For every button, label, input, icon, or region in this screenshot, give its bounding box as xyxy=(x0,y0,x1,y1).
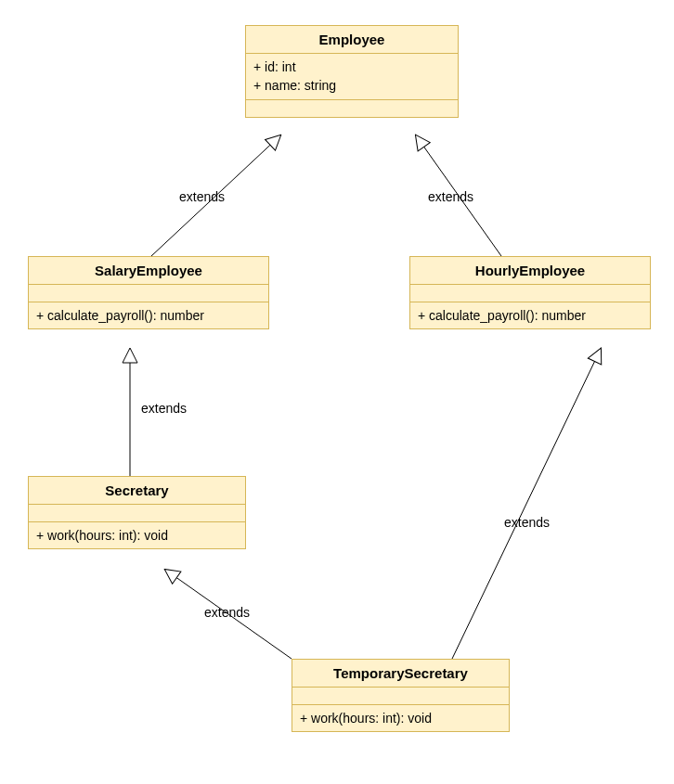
class-secretary-title: Secretary xyxy=(29,477,245,505)
relation-label: extends xyxy=(428,189,473,204)
class-employee-methods xyxy=(246,100,458,117)
relation-label: extends xyxy=(204,605,250,620)
class-hourly-employee-methods: + calculate_payroll(): number xyxy=(410,302,650,328)
attr-row: + id: int xyxy=(253,58,450,76)
class-secretary: Secretary + work(hours: int): void xyxy=(28,476,246,549)
method-row: + calculate_payroll(): number xyxy=(418,306,642,325)
class-temporary-secretary: TemporarySecretary + work(hours: int): v… xyxy=(292,659,510,732)
svg-line-4 xyxy=(452,349,601,659)
class-salary-employee-title: SalaryEmployee xyxy=(29,257,268,285)
class-hourly-employee-attrs xyxy=(410,285,650,302)
relation-label: extends xyxy=(179,189,225,204)
class-employee-title: Employee xyxy=(246,26,458,54)
class-temporary-secretary-methods: + work(hours: int): void xyxy=(292,705,509,731)
class-employee: Employee + id: int + name: string xyxy=(245,25,459,118)
class-salary-employee-attrs xyxy=(29,285,268,302)
method-row: + calculate_payroll(): number xyxy=(36,306,261,325)
method-row: + work(hours: int): void xyxy=(300,709,501,727)
class-temporary-secretary-title: TemporarySecretary xyxy=(292,660,509,688)
class-employee-attrs: + id: int + name: string xyxy=(246,54,458,100)
method-row: + work(hours: int): void xyxy=(36,526,238,545)
attr-row: + name: string xyxy=(253,76,450,95)
class-salary-employee-methods: + calculate_payroll(): number xyxy=(29,302,268,328)
class-secretary-methods: + work(hours: int): void xyxy=(29,522,245,548)
class-temporary-secretary-attrs xyxy=(292,688,509,705)
class-hourly-employee-title: HourlyEmployee xyxy=(410,257,650,285)
relation-label: extends xyxy=(141,401,187,416)
relation-label: extends xyxy=(504,515,550,530)
class-hourly-employee: HourlyEmployee + calculate_payroll(): nu… xyxy=(409,256,651,329)
class-salary-employee: SalaryEmployee + calculate_payroll(): nu… xyxy=(28,256,269,329)
class-secretary-attrs xyxy=(29,505,245,522)
